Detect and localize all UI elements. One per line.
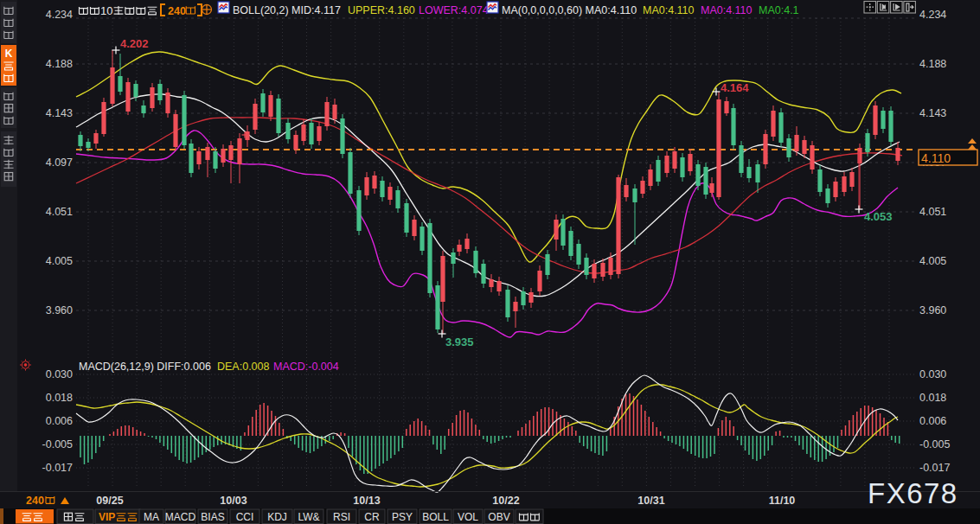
svg-text:4.143: 4.143 [919,107,946,119]
svg-text:MACD(26,12,9) DIFF:0.006: MACD(26,12,9) DIFF:0.006 [79,361,211,373]
svg-text:BOLL(20,2) MID:4.117: BOLL(20,2) MID:4.117 [233,4,341,16]
svg-text:3.935: 3.935 [445,335,474,348]
svg-text:4.110: 4.110 [921,151,951,165]
svg-text:0.030: 0.030 [919,368,946,380]
svg-text:K: K [5,48,13,60]
svg-text:4.188: 4.188 [919,58,946,70]
svg-text:4.051: 4.051 [46,206,73,218]
svg-text:4.053: 4.053 [864,210,893,223]
svg-text:OBV: OBV [488,511,509,523]
svg-text:4.234: 4.234 [46,9,73,21]
svg-text:4.234: 4.234 [919,9,946,21]
svg-text:10/31: 10/31 [637,495,664,507]
svg-text:10/22: 10/22 [492,495,519,507]
svg-text:VOL: VOL [458,511,478,523]
svg-text:VIP: VIP [99,511,115,523]
svg-text:3.960: 3.960 [919,304,946,316]
svg-text:BOLL: BOLL [422,511,449,523]
svg-text:240: 240 [26,495,44,507]
svg-text:10/13: 10/13 [353,495,380,507]
svg-text:09/25: 09/25 [96,495,123,507]
svg-text:LOWER:4.074: LOWER:4.074 [419,4,489,16]
svg-text:11/10: 11/10 [769,495,796,507]
svg-text:10: 10 [100,4,112,17]
svg-text:0.018: 0.018 [46,392,73,404]
svg-text:0.030: 0.030 [46,368,73,380]
svg-text:240: 240 [168,5,186,17]
svg-text:CR: CR [364,511,380,523]
svg-text:MA0:4.1: MA0:4.1 [759,4,799,16]
svg-text:3.960: 3.960 [46,304,73,316]
svg-text:CCI: CCI [236,511,254,523]
svg-text:0.018: 0.018 [919,392,946,404]
svg-text:0.006: 0.006 [919,415,946,427]
svg-text:4.005: 4.005 [46,255,73,267]
svg-text:MACD: MACD [165,511,196,523]
svg-text:KDJ: KDJ [267,511,287,523]
svg-text:-0.017: -0.017 [919,462,950,474]
svg-text:4.164: 4.164 [721,81,749,94]
svg-text:PSY: PSY [392,511,413,523]
svg-text:4.051: 4.051 [919,206,946,218]
svg-text:4.202: 4.202 [120,37,149,50]
svg-text:MA(0,0,0,0,0,60) MA0:4.110: MA(0,0,0,0,0,60) MA0:4.110 [502,4,637,16]
svg-text:4.143: 4.143 [46,107,73,119]
svg-text:4.188: 4.188 [46,58,73,70]
svg-text:0.006: 0.006 [46,415,73,427]
svg-text:MA0:4.110: MA0:4.110 [701,4,753,16]
svg-text:UPPER:4.160: UPPER:4.160 [348,4,415,16]
svg-text:MACD:-0.004: MACD:-0.004 [273,361,339,373]
svg-text:4.097: 4.097 [46,157,73,169]
svg-text:DEA:0.008: DEA:0.008 [217,361,270,373]
svg-text:LW&: LW& [298,511,319,523]
svg-text:MA: MA [144,511,159,523]
svg-text:BIAS: BIAS [201,511,224,523]
svg-text:-0.017: -0.017 [42,462,73,474]
svg-text:FX678: FX678 [868,477,958,509]
svg-text:RSI: RSI [333,511,350,523]
svg-text:-0.005: -0.005 [42,438,73,451]
svg-text:-0.005: -0.005 [919,438,950,451]
svg-text:10/03: 10/03 [220,495,247,507]
svg-text:4.005: 4.005 [919,255,946,267]
svg-text:MA0:4.110: MA0:4.110 [643,4,695,16]
